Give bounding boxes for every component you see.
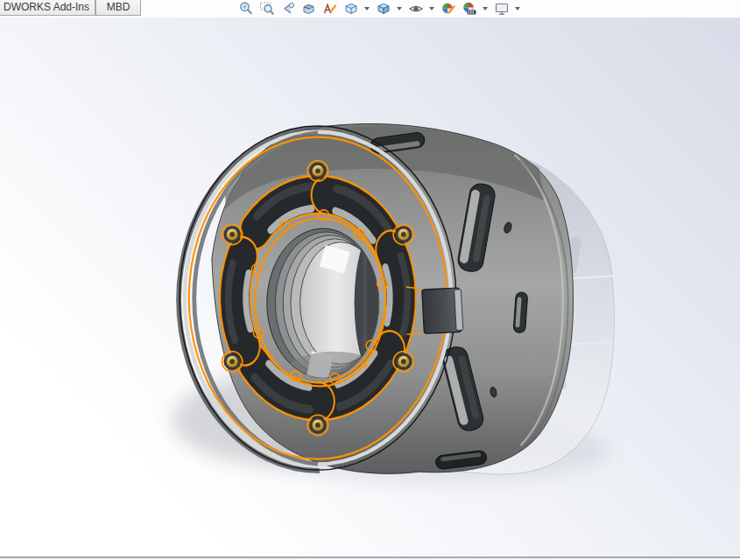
display-style-icon[interactable] [375, 1, 391, 17]
tab-label: DWORKS Add-Ins [4, 1, 89, 13]
tab-mbd[interactable]: MBD [95, 0, 141, 16]
view-settings-icon[interactable] [493, 1, 510, 17]
dropdown-caret-icon[interactable] [397, 7, 402, 10]
tab-label: MBD [107, 1, 130, 13]
dropdown-caret-icon[interactable] [364, 7, 370, 10]
heads-up-view-toolbar [237, 0, 521, 18]
zoom-to-area-icon[interactable] [258, 1, 275, 17]
previous-view-icon[interactable] [279, 1, 296, 17]
solidworks-window: DWORKS Add-Ins MBD [0, 0, 740, 560]
dropdown-caret-icon[interactable] [483, 7, 488, 10]
mounting-tab-block [422, 288, 463, 334]
tab-solidworks-add-ins[interactable]: DWORKS Add-Ins [0, 0, 95, 16]
section-view-icon[interactable] [300, 1, 317, 17]
dropdown-caret-icon[interactable] [429, 7, 434, 10]
apply-scene-icon[interactable] [461, 1, 477, 17]
dropdown-caret-icon[interactable] [515, 7, 520, 10]
origin-marker: + [363, 360, 370, 373]
hide-show-items-icon[interactable] [407, 1, 424, 17]
3d-viewport[interactable]: + [0, 18, 740, 557]
edit-appearance-icon[interactable] [440, 1, 456, 17]
view-orientation-icon[interactable] [342, 1, 359, 17]
graphics-area[interactable]: + [0, 18, 740, 557]
command-manager-bar: DWORKS Add-Ins MBD [0, 0, 740, 18]
zoom-to-fit-icon[interactable] [237, 1, 254, 17]
dynamic-annotation-views-icon[interactable] [321, 1, 338, 17]
